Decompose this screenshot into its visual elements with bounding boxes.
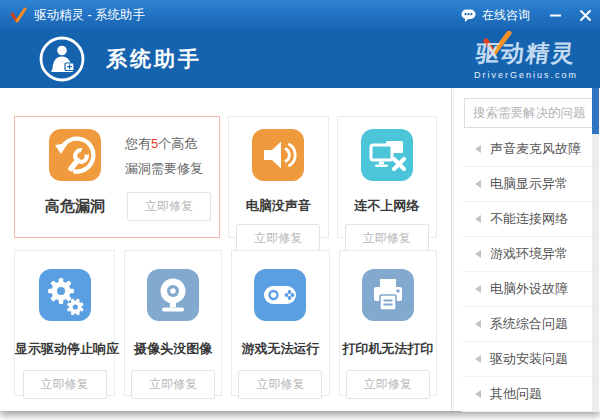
close-button[interactable]: [570, 0, 600, 30]
online-consult-button[interactable]: 在线咨询: [451, 0, 540, 30]
triangle-marker-icon: [475, 285, 481, 293]
close-icon: [580, 10, 591, 21]
header-banner: 系统助手 驱动精灵 DriverGenius.com: [0, 30, 600, 88]
sidebar-item-network[interactable]: 不能连接网络: [462, 202, 600, 237]
fix-now-button[interactable]: 立即修复: [236, 224, 320, 253]
card-game-not-running: 游戏无法运行 立即修复: [231, 250, 329, 396]
search-input[interactable]: [464, 98, 600, 128]
card-webcam-no-image: 摄像头没图像 立即修复: [124, 250, 222, 396]
main-panel: 高危漏洞 您有5个高危 漏洞需要修复 立即修复: [0, 88, 452, 411]
triangle-marker-icon: [475, 145, 481, 153]
sidebar-item-label: 不能连接网络: [490, 210, 568, 228]
sidebar-item-display[interactable]: 电脑显示异常: [462, 167, 600, 202]
card-title: 电脑没声音: [229, 197, 328, 215]
card-title: 游戏无法运行: [232, 340, 328, 358]
sidebar-item-driver-install[interactable]: 驱动安装问题: [462, 342, 600, 377]
sidebar-item-label: 声音麦克风故障: [490, 140, 581, 158]
fix-now-button[interactable]: 立即修复: [346, 370, 430, 399]
fix-now-button[interactable]: 立即修复: [131, 370, 215, 399]
brand-domain: DriverGenius.com: [474, 70, 578, 80]
brand-logo: 驱动精灵 DriverGenius.com: [474, 38, 578, 80]
page-title: 系统助手: [106, 45, 202, 73]
sidebar-item-system[interactable]: 系统综合问题: [462, 307, 600, 342]
sidebar-item-label: 电脑外设故障: [490, 280, 568, 298]
scrollbar-track[interactable]: [592, 88, 599, 411]
sidebar-item-sound-mic[interactable]: 声音麦克风故障: [462, 132, 600, 167]
minimize-button[interactable]: [540, 0, 570, 30]
webcam-icon: [147, 269, 199, 321]
sidebar-item-label: 电脑显示异常: [490, 175, 568, 193]
minimize-icon: [550, 14, 561, 17]
card-printer-not-printing: 打印机无法打印 立即修复: [339, 250, 437, 396]
window-title: 驱动精灵 - 系统助手: [34, 7, 145, 24]
sidebar-item-label: 系统综合问题: [490, 315, 568, 333]
vulnerability-description: 您有5个高危 漏洞需要修复: [125, 131, 211, 181]
app-logo-check-icon: [9, 7, 27, 23]
sidebar: 声音麦克风故障 电脑显示异常 不能连接网络 游戏环境异常 电脑外设故障 系统综合…: [452, 88, 600, 411]
card-no-sound: 电脑没声音 立即修复: [228, 116, 329, 238]
card-title: 摄像头没图像: [125, 340, 221, 358]
card-title: 高危漏洞: [27, 197, 123, 216]
fix-now-button[interactable]: 立即修复: [238, 370, 322, 399]
gears-icon: [39, 269, 91, 321]
sidebar-item-label: 游戏环境异常: [490, 245, 568, 263]
system-assistant-icon: [38, 35, 86, 83]
card-title: 显示驱动停止响应: [15, 340, 114, 358]
sidebar-item-label: 其他问题: [490, 385, 542, 403]
triangle-marker-icon: [475, 250, 481, 258]
repair-wrench-icon: [49, 129, 101, 181]
gamepad-icon: [254, 269, 306, 321]
printer-icon: [362, 269, 414, 321]
fix-now-button[interactable]: 立即修复: [345, 224, 429, 253]
sidebar-item-game-env[interactable]: 游戏环境异常: [462, 237, 600, 272]
speaker-icon: [252, 129, 304, 181]
chat-bubble-icon: [461, 9, 476, 22]
card-display-driver-stopped: 显示驱动停止响应 立即修复: [14, 250, 115, 396]
sidebar-item-peripherals[interactable]: 电脑外设故障: [462, 272, 600, 307]
online-consult-label: 在线咨询: [482, 7, 530, 24]
scrollbar-thumb[interactable]: [592, 88, 599, 134]
fix-now-button[interactable]: 立即修复: [127, 192, 211, 221]
card-title: 连不上网络: [338, 197, 437, 215]
triangle-marker-icon: [475, 215, 481, 223]
sidebar-item-label: 驱动安装问题: [490, 350, 568, 368]
brand-name: 驱动精灵: [474, 38, 577, 69]
app-window: 驱动精灵 - 系统助手 在线咨询: [0, 0, 600, 411]
triangle-marker-icon: [475, 180, 481, 188]
triangle-marker-icon: [475, 355, 481, 363]
titlebar: 驱动精灵 - 系统助手 在线咨询: [0, 0, 600, 30]
triangle-marker-icon: [475, 320, 481, 328]
triangle-marker-icon: [475, 390, 481, 398]
network-error-icon: [361, 129, 413, 181]
card-high-risk-vulnerability: 高危漏洞 您有5个高危 漏洞需要修复 立即修复: [14, 116, 220, 238]
sidebar-item-other[interactable]: 其他问题: [462, 377, 600, 412]
card-no-network: 连不上网络 立即修复: [337, 116, 438, 238]
fix-now-button[interactable]: 立即修复: [23, 370, 107, 399]
card-title: 打印机无法打印: [340, 340, 436, 358]
